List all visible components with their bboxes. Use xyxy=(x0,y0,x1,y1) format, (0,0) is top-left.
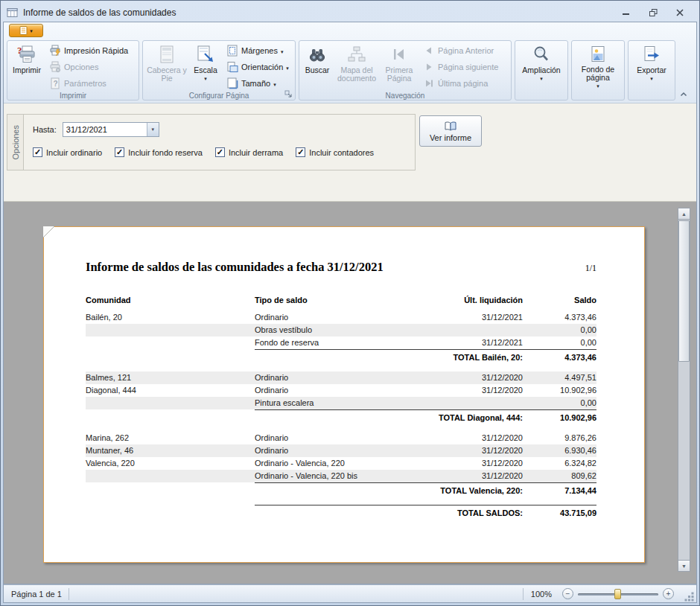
view-report-button[interactable]: Ver informe xyxy=(419,115,482,147)
document-map-icon xyxy=(347,44,366,65)
dialog-launcher-icon[interactable] xyxy=(284,90,293,99)
total-value: 4.373,46 xyxy=(523,350,596,366)
print-options-button: Opciones xyxy=(46,60,137,74)
size-button[interactable]: Tamaño ▾ xyxy=(223,76,293,91)
column-header: Tipo de saldo xyxy=(255,296,410,304)
cell-tipo: Ordinario xyxy=(255,384,410,397)
print-button[interactable]: ? Imprimir xyxy=(9,42,45,90)
scroll-thumb[interactable] xyxy=(678,220,690,362)
cell-saldo: 9.876,26 xyxy=(523,432,596,444)
question-page-icon: ? xyxy=(49,77,61,89)
document-map-button: Mapa del documento xyxy=(334,42,380,90)
report-page-indicator: 1/1 xyxy=(585,263,596,274)
page-info: Página 1 de 1 xyxy=(11,590,62,599)
checkbox-incluir-fondo-reserva[interactable]: ✓Incluir fondo reserva xyxy=(115,147,203,157)
cell-liquidacion: 31/12/2020 xyxy=(410,457,523,470)
cell-tipo: Pintura escalera xyxy=(255,397,410,409)
cell-comunidad: Bailén, 20 xyxy=(86,311,255,324)
cell-comunidad xyxy=(86,337,255,349)
cell-comunidad: Muntaner, 46 xyxy=(86,444,255,457)
ribbon-group-background: Fondo de página ▾ xyxy=(571,40,625,101)
export-icon xyxy=(642,44,661,65)
page-fold-icon xyxy=(43,226,54,237)
cell-comunidad xyxy=(86,470,255,482)
checkbox-incluir-derrama[interactable]: ✓Incluir derrama xyxy=(215,147,283,157)
options-checkbox-row: ✓Incluir ordinario✓Incluir fondo reserva… xyxy=(33,147,415,157)
app-menu-button[interactable]: ▾ xyxy=(9,24,43,37)
cell-saldo: 6.930,46 xyxy=(523,444,596,457)
report-total-row: TOTAL Diagonal, 444:10.902,96 xyxy=(255,409,596,426)
scale-button[interactable]: Escala ▾ xyxy=(189,42,222,90)
page-background-icon xyxy=(588,44,608,64)
cell-comunidad: Balmes, 121 xyxy=(86,371,255,384)
cell-saldo: 0,00 xyxy=(523,397,596,409)
cell-comunidad xyxy=(86,324,255,337)
total-value: 7.134,44 xyxy=(523,483,596,499)
cell-tipo: Ordinario - Valencia, 220 xyxy=(255,457,410,470)
orientation-button[interactable]: Orientación ▾ xyxy=(223,60,293,74)
checkbox-box[interactable]: ✓ xyxy=(215,147,225,157)
zoom-slider-thumb[interactable] xyxy=(614,589,621,599)
window-controls xyxy=(619,7,693,19)
zoom-button[interactable]: Ampliación ▾ xyxy=(518,42,564,90)
minimize-button[interactable] xyxy=(619,7,634,19)
ribbon-collapse-button[interactable] xyxy=(677,89,690,99)
ribbon-group-print: ? Imprimir Impresión Rápida Opcion xyxy=(7,40,139,101)
cell-saldo: 0,00 xyxy=(523,337,596,349)
ribbon-tab-row: ▾ xyxy=(4,22,696,39)
column-header: Saldo xyxy=(523,296,596,304)
report-rows: Bailén, 20Ordinario31/12/20214.373,46Obr… xyxy=(86,311,596,521)
export-button[interactable]: Exportar ▾ xyxy=(631,42,672,90)
search-button[interactable]: Buscar xyxy=(301,42,334,90)
cell-liquidacion xyxy=(410,324,523,337)
status-bar: Página 1 de 1 100% − + xyxy=(4,584,696,602)
cell-tipo: Ordinario xyxy=(255,432,410,444)
hasta-label: Hasta: xyxy=(33,125,57,134)
vertical-scrollbar[interactable]: ▲ ▼ xyxy=(678,208,690,572)
combo-dropdown-icon[interactable]: ▾ xyxy=(147,123,159,136)
first-page-button: Primera Página xyxy=(380,42,419,90)
checkbox-incluir-contadores[interactable]: ✓Incluir contadores xyxy=(296,147,374,157)
checkbox-box[interactable]: ✓ xyxy=(33,147,42,157)
page-size-icon xyxy=(226,77,238,89)
scale-icon xyxy=(196,44,215,65)
report-total-row: TOTAL Valencia, 220:7.134,44 xyxy=(255,482,596,499)
checkbox-box[interactable]: ✓ xyxy=(115,147,124,157)
report-row: Pintura escalera0,00 xyxy=(86,397,596,409)
page-background-button[interactable]: Fondo de página ▾ xyxy=(574,42,622,90)
ribbon-group-navigation: Buscar Mapa del documento Primera Página xyxy=(299,40,512,101)
date-combobox[interactable]: 31/12/2021 ▾ xyxy=(63,122,159,137)
cell-liquidacion: 31/12/2020 xyxy=(410,384,523,397)
cell-tipo: Fondo de reserva xyxy=(255,337,410,349)
checkbox-box[interactable]: ✓ xyxy=(296,147,305,157)
checkbox-incluir-ordinario[interactable]: ✓Incluir ordinario xyxy=(33,147,102,157)
report-title: Informe de saldos de las comunidades a f… xyxy=(86,260,384,275)
previous-page-icon xyxy=(423,45,435,57)
close-button[interactable] xyxy=(672,7,687,19)
cell-liquidacion: 31/12/2020 xyxy=(410,432,523,444)
cell-saldo: 6.324,82 xyxy=(523,457,596,470)
app-window: Informe de saldos de las comunidades ▾ xyxy=(0,0,700,606)
scroll-down-button[interactable]: ▼ xyxy=(678,560,690,571)
cell-saldo: 0,00 xyxy=(523,324,596,337)
previous-page-button: Página Anterior xyxy=(420,43,508,58)
report-total-row: TOTAL Bailén, 20:4.373,46 xyxy=(255,349,596,366)
cell-liquidacion: 31/12/2020 xyxy=(410,371,523,384)
cell-comunidad: Valencia, 220 xyxy=(86,457,255,470)
preview-area[interactable]: Informe de saldos de las comunidades a f… xyxy=(4,202,696,584)
cell-comunidad xyxy=(86,397,255,409)
svg-text:?: ? xyxy=(17,45,22,56)
report-header-row: Comunidad Tipo de saldo Últ. liquidación… xyxy=(86,296,596,304)
options-tab[interactable]: Opciones xyxy=(7,114,24,170)
zoom-slider[interactable] xyxy=(578,587,658,601)
cell-tipo: Ordinario xyxy=(255,444,410,457)
restore-button[interactable] xyxy=(646,7,661,19)
zoom-in-button[interactable]: + xyxy=(663,588,674,599)
header-footer-button: Cabecera y Pie xyxy=(144,42,189,90)
ribbon: ▾ ? Imprimir xyxy=(4,22,696,103)
resize-grip[interactable] xyxy=(684,592,694,602)
zoom-out-button[interactable]: − xyxy=(562,588,573,599)
quick-print-button[interactable]: Impresión Rápida xyxy=(46,43,137,58)
margins-button[interactable]: Márgenes ▾ xyxy=(223,43,293,58)
scroll-up-button[interactable]: ▲ xyxy=(678,208,690,220)
